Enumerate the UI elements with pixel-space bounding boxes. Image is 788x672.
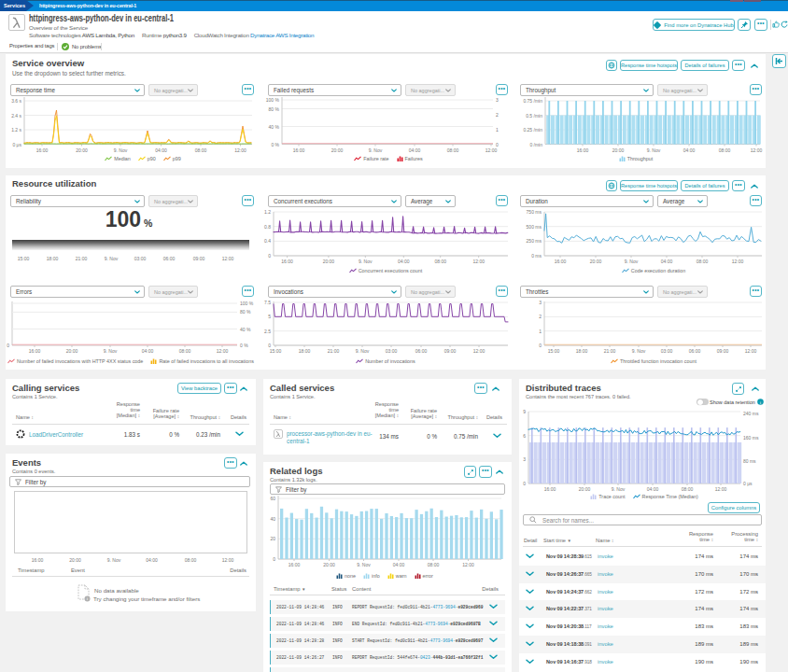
svg-text:21:00: 21:00	[328, 348, 340, 354]
svg-text:100 %: 100 %	[266, 97, 280, 103]
svg-text:0 /min: 0 /min	[529, 142, 542, 147]
svg-text:3: 3	[539, 300, 542, 305]
svg-text:12:00: 12:00	[715, 486, 727, 492]
svg-text:08:00: 08:00	[434, 259, 446, 264]
svg-text:40 %: 40 %	[240, 327, 251, 332]
svg-text:08:00: 08:00	[682, 486, 694, 492]
svg-text:04:00: 04:00	[155, 147, 167, 153]
svg-text:0.25 /min: 0.25 /min	[523, 127, 542, 133]
svg-text:12:00: 12:00	[217, 348, 229, 354]
svg-text:03:00: 03:00	[386, 348, 398, 354]
svg-text:0 μs: 0 μs	[12, 142, 21, 147]
svg-text:08:00: 08:00	[447, 147, 459, 153]
svg-text:20:00: 20:00	[76, 147, 88, 153]
svg-text:18:00: 18:00	[576, 348, 588, 354]
svg-text:03:00: 03:00	[134, 256, 147, 261]
svg-text:9. Nov: 9. Nov	[107, 557, 121, 563]
svg-text:9. Nov: 9. Nov	[114, 147, 128, 153]
svg-text:16:00: 16:00	[544, 486, 556, 492]
svg-text:3.6 s: 3.6 s	[11, 98, 21, 104]
svg-text:0: 0	[7, 343, 9, 348]
svg-text:12:00: 12:00	[234, 147, 246, 153]
svg-text:04:00: 04:00	[409, 147, 421, 153]
svg-text:08:00: 08:00	[179, 348, 191, 354]
svg-text:9. Nov: 9. Nov	[625, 259, 639, 264]
svg-text:100 %: 100 %	[240, 301, 254, 306]
svg-text:9. Nov: 9. Nov	[359, 259, 373, 264]
svg-text:12:00: 12:00	[732, 259, 744, 264]
svg-text:04:00: 04:00	[683, 147, 696, 153]
svg-text:0 %: 0 %	[271, 142, 279, 147]
svg-text:2.5: 2.5	[264, 329, 271, 334]
svg-text:04:00: 04:00	[398, 259, 410, 264]
svg-text:04:00: 04:00	[142, 348, 154, 354]
svg-text:0: 0	[268, 253, 271, 259]
svg-text:0 ms: 0 ms	[531, 253, 542, 259]
svg-text:20:00: 20:00	[323, 562, 335, 567]
svg-text:250 ms: 250 ms	[527, 238, 542, 244]
svg-text:15:00: 15:00	[548, 348, 560, 354]
svg-text:40: 40	[270, 516, 275, 522]
svg-text:9. Nov: 9. Nov	[357, 562, 371, 567]
svg-text:9. Nov: 9. Nov	[647, 147, 661, 153]
svg-text:16:00: 16:00	[36, 147, 49, 153]
svg-text:09:00: 09:00	[444, 348, 457, 354]
svg-text:0: 0	[539, 343, 542, 348]
svg-text:9. Nov: 9. Nov	[369, 147, 383, 153]
svg-text:20: 20	[270, 536, 275, 541]
svg-text:12:00: 12:00	[472, 259, 485, 264]
svg-text:08:00: 08:00	[697, 259, 709, 264]
svg-text:16:00: 16:00	[577, 147, 589, 153]
svg-text:20:00: 20:00	[579, 486, 591, 492]
svg-text:2.4 s: 2.4 s	[11, 113, 21, 119]
svg-text:20:00: 20:00	[331, 147, 344, 153]
svg-text:18:00: 18:00	[299, 348, 311, 354]
svg-text:09:00: 09:00	[717, 348, 729, 354]
svg-text:9. Nov: 9. Nov	[612, 486, 626, 492]
svg-text:03:00: 03:00	[661, 348, 673, 354]
svg-text:9. Nov: 9. Nov	[105, 256, 119, 261]
svg-text:1.2 s: 1.2 s	[11, 127, 21, 133]
svg-text:06:00: 06:00	[689, 348, 701, 354]
svg-text:21:00: 21:00	[604, 348, 616, 354]
svg-text:16:00: 16:00	[555, 259, 567, 264]
svg-text:5: 5	[268, 314, 271, 319]
svg-text:04:00: 04:00	[393, 562, 405, 567]
svg-text:20:00: 20:00	[323, 259, 335, 264]
svg-text:0.4: 0.4	[264, 238, 271, 244]
svg-text:160 ms: 160 ms	[743, 435, 759, 441]
svg-text:15:00: 15:00	[18, 256, 30, 261]
svg-text:80 ms: 80 ms	[743, 458, 756, 464]
svg-text:9: 9	[523, 409, 526, 414]
svg-text:16:00: 16:00	[32, 557, 44, 563]
svg-text:240 ms: 240 ms	[743, 411, 759, 416]
svg-text:20:00: 20:00	[612, 147, 625, 153]
svg-text:04:00: 04:00	[661, 259, 673, 264]
svg-text:08:00: 08:00	[195, 147, 207, 153]
svg-text:12:00: 12:00	[751, 147, 763, 153]
svg-text:04:00: 04:00	[647, 486, 659, 492]
svg-text:750 ms: 750 ms	[527, 209, 542, 215]
svg-text:80 %: 80 %	[240, 309, 251, 315]
svg-text:1: 1	[539, 329, 542, 334]
svg-text:0 μs: 0 μs	[743, 481, 753, 486]
svg-text:06:00: 06:00	[415, 348, 428, 354]
svg-text:1.2: 1.2	[264, 209, 271, 215]
svg-text:0.8: 0.8	[264, 224, 271, 230]
svg-text:0: 0	[273, 556, 275, 562]
svg-text:12:00: 12:00	[473, 348, 485, 354]
svg-text:06:00: 06:00	[163, 256, 176, 261]
svg-text:80 %: 80 %	[269, 106, 280, 112]
svg-text:40 %: 40 %	[269, 124, 280, 130]
svg-text:60: 60	[270, 496, 275, 501]
svg-text:6: 6	[523, 433, 526, 439]
svg-text:9. Nov: 9. Nov	[632, 348, 646, 354]
svg-text:16:00: 16:00	[29, 348, 41, 354]
svg-text:16:00: 16:00	[281, 259, 293, 264]
svg-text:500 ms: 500 ms	[527, 224, 542, 230]
svg-text:09:00: 09:00	[193, 256, 205, 261]
svg-text:21:00: 21:00	[76, 256, 88, 261]
svg-text:08:00: 08:00	[185, 557, 197, 563]
svg-text:20:00: 20:00	[590, 259, 602, 264]
svg-text:12:00: 12:00	[745, 348, 757, 354]
